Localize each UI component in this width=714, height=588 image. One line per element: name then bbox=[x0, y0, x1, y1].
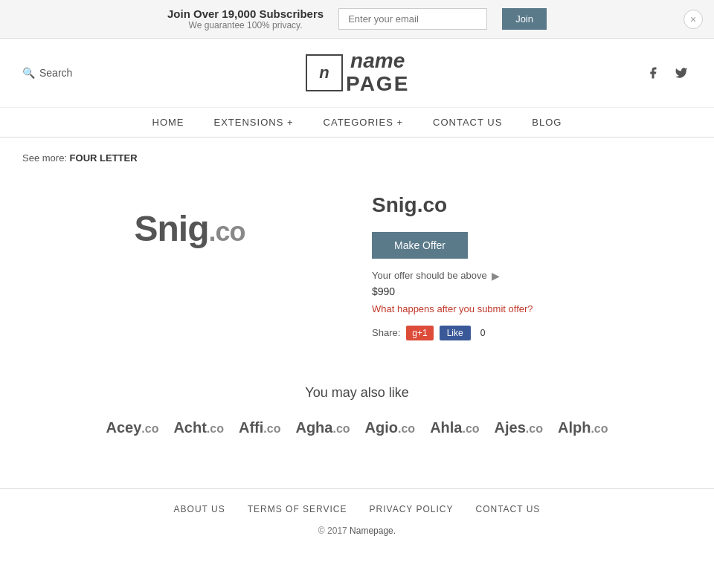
footer-terms[interactable]: TERMS OF SERVICE bbox=[248, 504, 347, 514]
also-like-grid: Acey.co Acht.co Affi.co Agha.co Agio.co … bbox=[22, 419, 692, 436]
nav-item-home[interactable]: HOME bbox=[152, 117, 184, 128]
nav-item-contact[interactable]: CONTACT US bbox=[433, 117, 502, 128]
gplus-button[interactable]: g+1 bbox=[406, 326, 433, 340]
nav-item-blog[interactable]: BLOG bbox=[532, 117, 562, 128]
footer: ABOUT US TERMS OF SERVICE PRIVACY POLICY… bbox=[0, 488, 714, 551]
also-like-title: You may also like bbox=[22, 385, 692, 401]
join-button[interactable]: Join bbox=[502, 8, 547, 30]
logo-name-text: name bbox=[346, 50, 409, 73]
logo[interactable]: n name PAGE bbox=[306, 50, 409, 96]
main-nav: HOME EXTENSIONS + CATEGORIES + CONTACT U… bbox=[0, 108, 714, 138]
search-label: Search bbox=[39, 67, 72, 79]
fb-like-label: Like bbox=[447, 328, 463, 338]
domain-logo-ext: .co bbox=[208, 216, 245, 247]
domain-logo: Snig.co bbox=[134, 208, 245, 249]
also-like-affi[interactable]: Affi.co bbox=[239, 419, 280, 436]
domain-logo-name: Snig bbox=[134, 209, 208, 248]
footer-contact[interactable]: CONTACT US bbox=[475, 504, 540, 514]
fb-count: 0 bbox=[477, 326, 489, 340]
make-offer-button[interactable]: Make Offer bbox=[372, 232, 468, 259]
offer-info-text: Your offer should be above ▶ bbox=[372, 270, 677, 282]
offer-arrow-icon: ▶ bbox=[492, 270, 500, 282]
what-happens-link[interactable]: What happens after you submit offer? bbox=[372, 303, 677, 314]
email-input[interactable] bbox=[338, 8, 487, 30]
footer-about[interactable]: ABOUT US bbox=[174, 504, 225, 514]
search-icon: 🔍 bbox=[22, 67, 35, 79]
share-label: Share: bbox=[372, 327, 400, 338]
also-like-acey[interactable]: Acey.co bbox=[106, 419, 158, 436]
offer-info-label: Your offer should be above bbox=[372, 270, 487, 281]
domain-info-panel: Snig.co Make Offer Your offer should be … bbox=[357, 178, 692, 355]
share-row: Share: g+1 Like 0 bbox=[372, 326, 677, 340]
search-link[interactable]: 🔍 Search bbox=[22, 67, 72, 79]
domain-display: Snig.co Snig.co Make Offer Your offer sh… bbox=[22, 178, 692, 355]
footer-privacy[interactable]: PRIVACY POLICY bbox=[370, 504, 454, 514]
banner-text-block: Join Over 19,000 Subscribers We guarante… bbox=[167, 7, 324, 30]
footer-copy-year: © 2017 bbox=[318, 526, 347, 536]
banner-sub-text: We guarantee 100% privacy. bbox=[167, 20, 324, 30]
nav-item-extensions[interactable]: EXTENSIONS + bbox=[214, 117, 294, 128]
social-icons-group bbox=[643, 62, 692, 83]
see-more-highlight[interactable]: FOUR LETTER bbox=[70, 152, 138, 164]
logo-icon: n bbox=[306, 54, 343, 91]
nav-item-categories[interactable]: CATEGORIES + bbox=[324, 117, 403, 128]
footer-brand-link[interactable]: Namepage. bbox=[350, 526, 396, 536]
fb-like-button[interactable]: Like bbox=[440, 326, 471, 340]
domain-logo-area: Snig.co bbox=[22, 178, 357, 279]
see-more-prefix: See more: bbox=[22, 152, 67, 164]
logo-text: name PAGE bbox=[343, 50, 409, 96]
footer-copyright: © 2017 Namepage. bbox=[15, 526, 699, 536]
domain-title: Snig.co bbox=[372, 193, 677, 217]
also-like-ajes[interactable]: Ajes.co bbox=[495, 419, 543, 436]
also-like-agha[interactable]: Agha.co bbox=[295, 419, 350, 436]
header: 🔍 Search n name PAGE bbox=[0, 39, 714, 108]
also-like-section: You may also like Acey.co Acht.co Affi.c… bbox=[22, 385, 692, 436]
top-banner: Join Over 19,000 Subscribers We guarante… bbox=[0, 0, 714, 39]
offer-price: $990 bbox=[372, 285, 677, 297]
footer-links: ABOUT US TERMS OF SERVICE PRIVACY POLICY… bbox=[15, 504, 699, 514]
breadcrumb: See more: FOUR LETTER bbox=[22, 152, 692, 164]
also-like-acht[interactable]: Acht.co bbox=[173, 419, 224, 436]
also-like-alph[interactable]: Alph.co bbox=[558, 419, 608, 436]
facebook-icon[interactable] bbox=[643, 62, 663, 83]
logo-page-text: PAGE bbox=[346, 73, 409, 96]
also-like-agio[interactable]: Agio.co bbox=[365, 419, 416, 436]
twitter-icon[interactable] bbox=[671, 62, 692, 83]
banner-main-text: Join Over 19,000 Subscribers bbox=[167, 7, 324, 20]
close-banner-button[interactable]: × bbox=[684, 10, 703, 29]
also-like-ahla[interactable]: Ahla.co bbox=[430, 419, 479, 436]
main-content: See more: FOUR LETTER Snig.co Snig.co Ma… bbox=[0, 138, 714, 451]
